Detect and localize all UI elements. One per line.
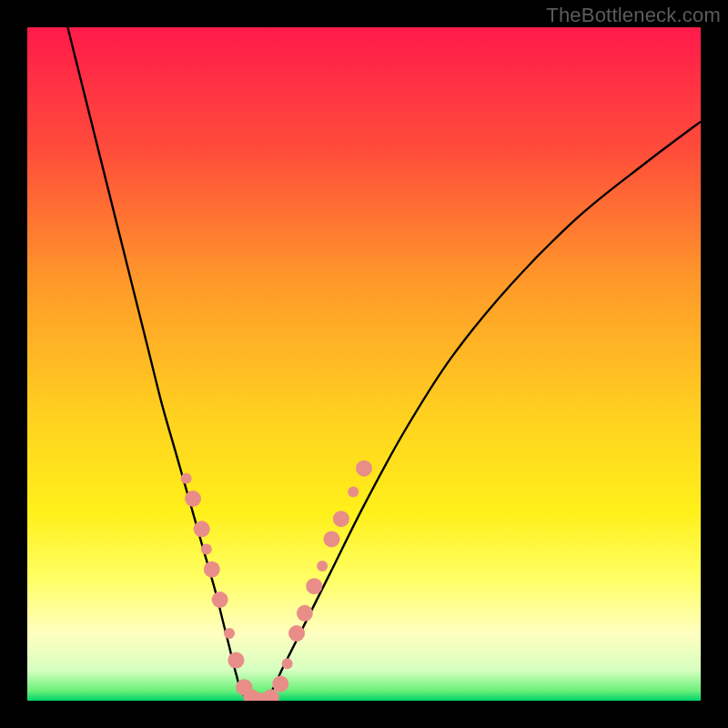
watermark-text: TheBottleneck.com: [546, 4, 721, 27]
bottleneck-plot: [27, 27, 701, 701]
bead-marker: [181, 473, 192, 484]
bead-marker: [185, 490, 201, 507]
plot-background: [27, 27, 701, 701]
chart-frame: TheBottleneck.com: [0, 0, 728, 728]
bead-marker: [297, 605, 313, 622]
bead-marker: [212, 592, 228, 608]
bead-marker: [317, 561, 328, 571]
bead-marker: [282, 658, 293, 669]
bead-marker: [194, 521, 210, 537]
bead-marker: [333, 511, 349, 527]
bead-marker: [228, 652, 244, 669]
bead-marker: [348, 487, 359, 498]
bead-marker: [272, 676, 288, 693]
bead-marker: [356, 460, 372, 477]
bead-marker: [288, 625, 305, 642]
bead-marker: [201, 544, 212, 555]
bead-marker: [204, 561, 220, 578]
bead-marker: [224, 628, 235, 639]
bead-marker: [323, 531, 339, 547]
bead-marker: [306, 578, 322, 594]
